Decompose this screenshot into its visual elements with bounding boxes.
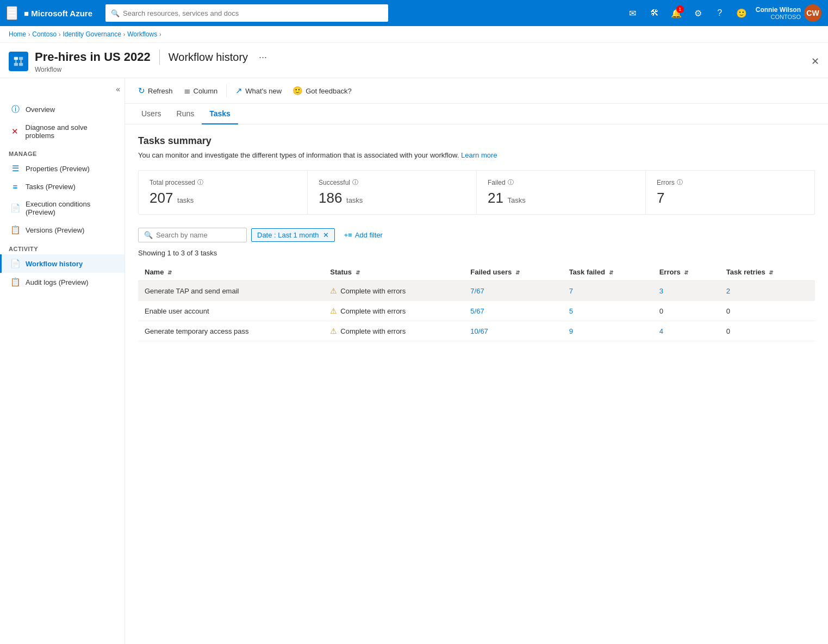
warning-icon: ⚠ [330,327,337,335]
task-failed-sort-icon[interactable]: ⇵ [609,270,613,276]
total-info-icon[interactable]: ⓘ [197,178,203,186]
whats-new-button[interactable]: ↗ What's new [231,83,286,99]
task-retries-sort-icon[interactable]: ⇵ [769,270,773,276]
errors-value: 7 [657,190,804,207]
feedback-button[interactable]: 🙂 Got feedback? [288,83,356,99]
settings-icon-button[interactable]: ⚙ [688,3,708,23]
status-sort-icon[interactable]: ⇵ [356,270,360,276]
row3-errors-link[interactable]: 4 [659,327,663,335]
brand-logo: ■ Microsoft Azure [24,9,92,18]
row1-errors-link[interactable]: 3 [659,287,663,295]
successful-info-icon[interactable]: ⓘ [352,178,358,186]
row3-task-retries: 0 [720,321,815,341]
sidebar-activity-label: Activity [0,239,124,254]
refresh-icon: ↻ [138,86,145,96]
sidebar-item-overview[interactable]: ⓘ Overview [0,100,124,119]
notifications-icon-button[interactable]: 🔔 1 [667,3,686,23]
row3-task-failed-link[interactable]: 9 [569,327,573,335]
sidebar: « ⓘ Overview ✕ Diagnose and solve proble… [0,78,125,644]
sidebar-item-diagnose[interactable]: ✕ Diagnose and solve problems [0,119,124,144]
breadcrumb-home[interactable]: Home [9,30,26,38]
feedback-icon-button[interactable]: 🙂 [732,3,751,23]
tasks-summary-desc: You can monitor and investigate the diff… [138,151,815,159]
errors-info-icon[interactable]: ⓘ [677,178,683,186]
showing-text: Showing 1 to 3 of 3 tasks [138,249,815,257]
sidebar-label-properties: Properties (Preview) [26,165,90,173]
failed-label: Failed ⓘ [488,178,634,186]
errors-sort-icon[interactable]: ⇵ [684,270,688,276]
toolbar: ↻ Refresh ≣ Column ↗ What's new 🙂 Got fe… [125,78,828,104]
sidebar-label-workflow-history: Workflow history [26,260,83,268]
failed-users-sort-icon[interactable]: ⇵ [515,270,520,276]
row2-task-failed-link[interactable]: 5 [569,307,573,315]
user-name: Connie Wilson [756,6,801,14]
refresh-button[interactable]: ↻ Refresh [134,83,177,99]
tabs-bar: Users Runs Tasks [125,104,828,124]
warning-icon: ⚠ [330,286,337,295]
row2-errors: 0 [653,301,720,321]
search-input[interactable] [156,231,241,239]
sidebar-item-execution[interactable]: 📄 Execution conditions (Preview) [0,196,124,221]
row1-task-failed-link[interactable]: 7 [569,287,573,295]
portal-settings-icon-button[interactable]: 🛠 [645,3,664,23]
date-filter-label: Date : Last 1 month [257,231,319,239]
sidebar-item-audit-logs[interactable]: 📋 Audit logs (Preview) [0,273,124,291]
date-filter-close-icon[interactable]: ✕ [323,231,329,239]
row3-task-retries-val: 0 [726,327,730,335]
summary-card-successful: Successful ⓘ 186 tasks [308,171,477,214]
page-title: Pre-hires in US 2022 [35,50,151,64]
user-avatar[interactable]: CW [804,4,821,22]
breadcrumb-contoso[interactable]: Contoso [32,30,57,38]
table-row[interactable]: Enable user account ⚠ Complete with erro… [138,301,815,321]
sidebar-item-properties[interactable]: ☰ Properties (Preview) [0,159,124,178]
page-header-titles: Pre-hires in US 2022 Workflow history ··… [35,49,805,73]
row2-failed-users-link[interactable]: 5/67 [470,307,484,315]
workflow-history-icon: 📄 [10,259,20,268]
row3-failed-users-link[interactable]: 10/67 [470,327,488,335]
failed-info-icon[interactable]: ⓘ [508,178,514,186]
table-row[interactable]: Generate temporary access pass ⚠ Complet… [138,321,815,341]
column-button[interactable]: ≣ Column [179,83,222,99]
learn-more-link[interactable]: Learn more [461,151,497,159]
svg-rect-3 [19,63,23,66]
row2-name: Enable user account [138,301,323,321]
add-filter-button[interactable]: +≡ Add filter [339,229,387,241]
table-row[interactable]: Generate TAP and send email ⚠ Complete w… [138,281,815,301]
row3-errors: 4 [653,321,720,341]
sidebar-label-versions: Versions (Preview) [26,226,84,234]
row1-failed-users-link[interactable]: 7/67 [470,287,484,295]
col-errors: Errors ⇵ [653,264,720,281]
sidebar-item-versions[interactable]: 📋 Versions (Preview) [0,221,124,239]
name-sort-icon[interactable]: ⇵ [167,270,172,276]
hamburger-menu-button[interactable]: ☰ [7,6,17,20]
tab-users[interactable]: Users [134,104,169,124]
row1-task-retries-link[interactable]: 2 [726,287,730,295]
column-icon: ≣ [184,86,191,96]
feedback-label: Got feedback? [306,87,352,95]
close-panel-button[interactable]: ✕ [811,55,819,67]
breadcrumb-identity-governance[interactable]: Identity Governance [63,30,121,38]
successful-value: 186 tasks [319,190,465,207]
tab-tasks[interactable]: Tasks [202,104,238,124]
tasks-icon: ≡ [10,182,20,191]
row3-task-failed: 9 [563,321,653,341]
global-search-input[interactable] [123,9,383,17]
sidebar-item-workflow-history[interactable]: 📄 Workflow history [0,254,124,273]
tasks-summary-title: Tasks summary [138,135,815,147]
help-icon-button[interactable]: ? [710,3,730,23]
row3-failed-users: 10/67 [464,321,562,341]
more-options-button[interactable]: ··· [259,52,267,63]
date-filter-tag[interactable]: Date : Last 1 month ✕ [251,228,335,242]
col-status: Status ⇵ [323,264,464,281]
notification-badge: 1 [676,5,684,13]
email-icon-button[interactable]: ✉ [623,3,643,23]
collapse-sidebar-button[interactable]: « [116,85,120,93]
total-processed-value: 207 tasks [150,190,296,207]
summary-card-total: Total processed ⓘ 207 tasks [139,171,308,214]
tab-runs[interactable]: Runs [169,104,202,124]
errors-label: Errors ⓘ [657,178,804,186]
row3-status: ⚠ Complete with errors [323,321,464,341]
sidebar-item-tasks[interactable]: ≡ Tasks (Preview) [0,178,124,196]
main-layout: « ⓘ Overview ✕ Diagnose and solve proble… [0,78,828,644]
breadcrumb-workflows[interactable]: Workflows [127,30,157,38]
